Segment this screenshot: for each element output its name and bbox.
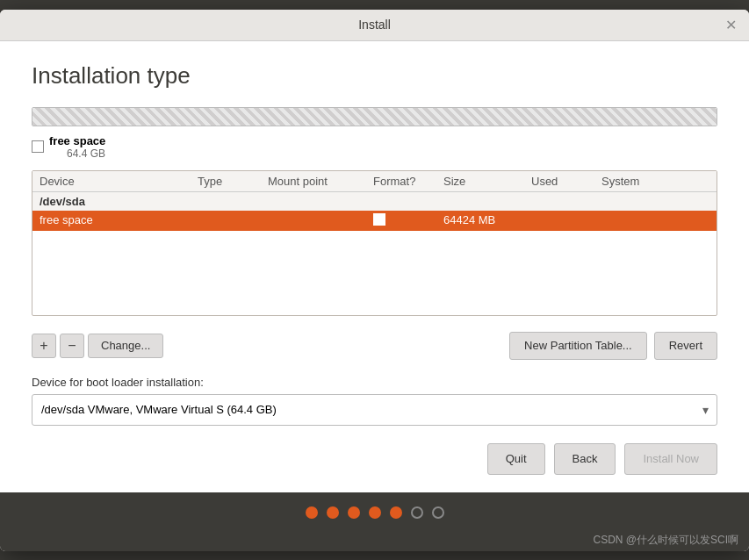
col-device: Device (40, 175, 198, 188)
col-size: Size (443, 175, 531, 188)
col-mount: Mount point (268, 175, 373, 188)
watermark: CSDN @什么时候可以发SCI啊 (0, 529, 749, 551)
progress-dot-6 (411, 506, 423, 519)
progress-dot-1 (306, 506, 318, 519)
row-system (601, 213, 709, 228)
table-header: Device Type Mount point Format? Size Use… (32, 171, 717, 192)
change-partition-button[interactable]: Change... (88, 334, 163, 358)
disk-bar (32, 107, 717, 126)
add-partition-button[interactable]: + (32, 334, 56, 358)
row-size: 64424 MB (443, 213, 531, 228)
progress-dot-3 (348, 506, 360, 519)
col-type: Type (198, 175, 268, 188)
back-button[interactable]: Back (554, 443, 616, 475)
revert-button[interactable]: Revert (654, 332, 717, 360)
quit-button[interactable]: Quit (487, 443, 545, 475)
window-title: Install (358, 18, 391, 32)
progress-dots (0, 492, 749, 529)
row-format (373, 213, 443, 228)
install-now-button[interactable]: Install Now (624, 443, 717, 475)
bootloader-label: Device for boot loader installation: (32, 376, 717, 389)
free-space-label: free space 64.4 GB (32, 133, 717, 160)
partition-table: Device Type Mount point Format? Size Use… (32, 170, 717, 316)
device-group-row: /dev/sda (32, 192, 717, 211)
row-device: free space (40, 213, 198, 228)
progress-dot-5 (390, 506, 402, 519)
free-space-checkbox[interactable] (32, 140, 44, 153)
bootloader-select[interactable]: /dev/sda VMware, VMware Virtual S (64.4 … (32, 394, 717, 426)
row-mount (268, 213, 373, 228)
main-content: Installation type free space 64.4 GB Dev… (0, 41, 749, 492)
toolbar-right: New Partition Table... Revert (509, 332, 717, 360)
col-format: Format? (373, 175, 443, 188)
disk-bar-segment (32, 108, 717, 126)
remove-partition-button[interactable]: − (60, 334, 84, 358)
main-window: Install ✕ Installation type free space 6… (0, 10, 749, 551)
toolbar: + − Change... New Partition Table... Rev… (32, 325, 717, 367)
row-used (531, 213, 601, 228)
device-group-name: /dev/sda (40, 195, 198, 208)
free-space-size: 64.4 GB (67, 147, 105, 160)
new-partition-table-button[interactable]: New Partition Table... (509, 332, 647, 360)
row-type (198, 213, 268, 228)
bootloader-select-wrapper: /dev/sda VMware, VMware Virtual S (64.4 … (32, 394, 717, 426)
bottom-bar: Quit Back Install Now (32, 440, 717, 475)
close-button[interactable]: ✕ (723, 17, 738, 32)
col-system: System (601, 175, 709, 188)
table-body: /dev/sda free space 64424 MB (32, 192, 717, 315)
page-title: Installation type (32, 62, 717, 90)
free-space-name: free space (49, 134, 105, 147)
table-row[interactable]: free space 64424 MB (32, 211, 717, 231)
col-used: Used (531, 175, 601, 188)
titlebar: Install ✕ (0, 10, 749, 41)
progress-dot-7 (432, 506, 444, 519)
format-checkbox[interactable] (373, 213, 385, 226)
progress-dot-4 (369, 506, 381, 519)
progress-dot-2 (327, 506, 339, 519)
